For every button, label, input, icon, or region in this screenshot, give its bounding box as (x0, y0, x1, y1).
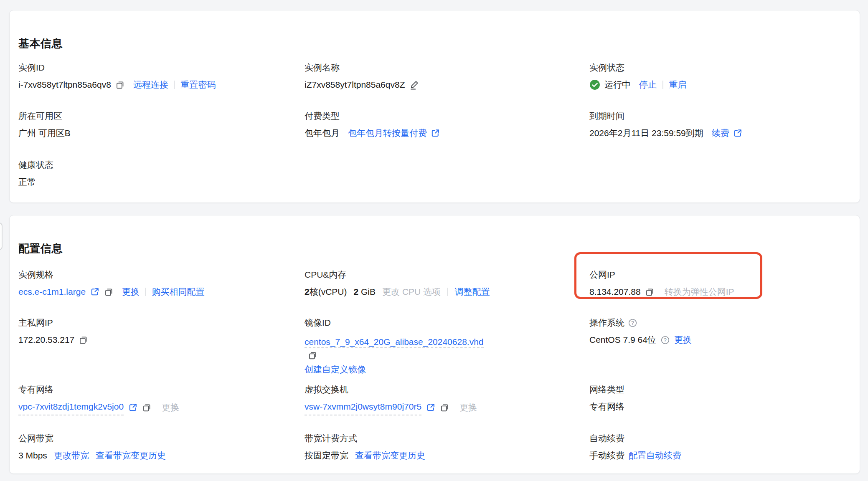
external-link-icon (430, 128, 440, 138)
configure-auto-renew-link[interactable]: 配置自动续费 (629, 448, 681, 463)
field-cpu-memory: CPU&内存 2核(vCPU) 2 GiB 更改 CPU 选项 调整配置 (305, 268, 490, 299)
field-os: 操作系统 ? CentOS 7.9 64位 ? 更换 (589, 316, 692, 347)
field-vpc: 专有网络 vpc-7xvit8zdj1temgk2v5jo0 更换 (18, 383, 179, 415)
stop-button[interactable]: 停止 (639, 78, 657, 92)
renew-link[interactable]: 续费 (712, 126, 743, 140)
change-spec-link[interactable]: 更换 (122, 285, 140, 299)
field-auto-renew: 自动续费 手动续费 配置自动续费 (589, 432, 681, 463)
bandwidth-history-link[interactable]: 查看带宽变更历史 (96, 448, 166, 463)
instance-status-label: 实例状态 (589, 61, 687, 74)
divider (662, 81, 663, 89)
convert-to-eip-disabled: 转换为弹性公网IP (665, 285, 734, 299)
create-custom-image-link[interactable]: 创建自定义镜像 (305, 365, 366, 374)
svg-text:?: ? (664, 337, 667, 343)
divider (145, 288, 146, 296)
memory-value: 2 GiB (354, 285, 376, 299)
image-id-link[interactable]: centos_7_9_x64_20G_alibase_20240628.vhd (305, 337, 484, 348)
status-badge: 运行中 (604, 78, 631, 92)
config-info-title: 配置信息 (18, 241, 63, 256)
field-instance-status: 实例状态 运行中 停止 重启 (589, 61, 687, 92)
instance-id-label: 实例ID (18, 61, 216, 74)
external-link-icon (733, 128, 743, 138)
public-ip-label: 公网IP (589, 268, 734, 281)
field-billing-type: 付费类型 包年包月 包年包月转按量付费 (305, 110, 440, 140)
reset-password-link[interactable]: 重置密码 (180, 78, 216, 92)
expire-time-label: 到期时间 (589, 110, 743, 122)
bandwidth-history-link[interactable]: 查看带宽变更历史 (355, 448, 425, 463)
copy-icon[interactable] (79, 335, 88, 345)
field-image-id: 镜像ID centos_7_9_x64_20G_alibase_20240628… (305, 316, 523, 378)
copy-icon[interactable] (142, 403, 152, 413)
private-ip-value: 172.20.53.217 (18, 333, 74, 347)
basic-info-title: 基本信息 (18, 36, 63, 51)
field-instance-id: 实例ID i-7xv858yt7ltpn85a6qv8 远程连接 重置密码 (18, 61, 216, 92)
vpc-label: 专有网络 (18, 383, 179, 396)
change-os-link[interactable]: 更换 (674, 333, 692, 347)
vswitch-link[interactable]: vsw-7xvmm2j0wsyt8m90j70r5 (305, 400, 421, 415)
divider (447, 288, 448, 296)
external-link-icon[interactable] (128, 403, 138, 413)
status-running-icon (589, 79, 600, 90)
field-expire-time: 到期时间 2026年2月11日 23:59:59到期 续费 (589, 110, 743, 140)
billing-type-label: 付费类型 (305, 110, 440, 122)
bandwidth-label: 公网带宽 (18, 432, 166, 445)
copy-icon[interactable] (645, 287, 655, 297)
field-zone: 所在可用区 广州 可用区B (18, 110, 71, 140)
bandwidth-billing-label: 带宽计费方式 (305, 432, 425, 445)
instance-name-value: iZ7xv858yt7ltpn85a6qv8Z (305, 78, 405, 92)
field-instance-name: 实例名称 iZ7xv858yt7ltpn85a6qv8Z (305, 61, 419, 92)
cpu-memory-label: CPU&内存 (305, 268, 490, 281)
cpu-value: 2核(vCPU) (305, 285, 347, 299)
edit-icon[interactable] (409, 80, 419, 90)
buy-same-config-link[interactable]: 购买相同配置 (152, 285, 205, 299)
private-ip-label: 主私网IP (18, 316, 88, 329)
copy-icon[interactable] (305, 351, 523, 360)
copy-icon[interactable] (115, 80, 125, 90)
remote-connect-link[interactable]: 远程连接 (133, 78, 168, 92)
instance-name-label: 实例名称 (305, 61, 419, 74)
auto-renew-label: 自动续费 (589, 432, 681, 445)
vswitch-label: 虚拟交换机 (305, 383, 477, 396)
basic-info-panel: 基本信息 实例ID i-7xv858yt7ltpn85a6qv8 远程连接 重置… (9, 10, 860, 203)
network-type-value: 专有网络 (589, 400, 624, 414)
field-bandwidth-billing: 带宽计费方式 按固定带宽 查看带宽变更历史 (305, 432, 425, 463)
zone-label: 所在可用区 (18, 110, 71, 122)
restart-button[interactable]: 重启 (669, 78, 687, 92)
change-vpc-disabled: 更换 (162, 400, 179, 415)
change-vswitch-disabled: 更换 (459, 400, 477, 415)
os-value: CentOS 7.9 64位 (589, 333, 656, 347)
vpc-link[interactable]: vpc-7xvit8zdj1temgk2v5jo0 (18, 400, 124, 415)
field-private-ip: 主私网IP 172.20.53.217 (18, 316, 88, 347)
health-status-value: 正常 (18, 175, 36, 189)
external-link-icon[interactable] (426, 403, 436, 413)
edge-clipped-element (0, 223, 3, 250)
field-instance-spec: 实例规格 ecs.e-c1m1.large 更换 购买相同配置 (18, 268, 205, 299)
bandwidth-billing-value: 按固定带宽 (305, 448, 348, 463)
convert-to-payg-link[interactable]: 包年包月转按量付费 (348, 126, 440, 140)
svg-text:?: ? (631, 319, 634, 326)
instance-spec-label: 实例规格 (18, 268, 205, 281)
field-bandwidth: 公网带宽 3 Mbps 更改带宽 查看带宽变更历史 (18, 432, 166, 463)
os-label: 操作系统 (589, 316, 624, 329)
field-vswitch: 虚拟交换机 vsw-7xvmm2j0wsyt8m90j70r5 更换 (305, 383, 477, 415)
copy-icon[interactable] (440, 403, 449, 413)
image-id-label: 镜像ID (305, 316, 523, 329)
config-info-panel: 配置信息 实例规格 ecs.e-c1m1.large 更换 购买相同配置 CPU… (9, 215, 860, 474)
copy-icon[interactable] (104, 287, 114, 297)
field-public-ip: 公网IP 8.134.207.88 转换为弹性公网IP (589, 268, 734, 299)
health-status-label: 健康状态 (18, 159, 53, 171)
adjust-config-link[interactable]: 调整配置 (455, 285, 490, 299)
public-ip-value: 8.134.207.88 (589, 285, 641, 299)
change-cpu-option-disabled: 更改 CPU 选项 (382, 285, 441, 299)
field-health-status: 健康状态 正常 (18, 159, 53, 189)
expire-time-value: 2026年2月11日 23:59:59到期 (589, 126, 703, 140)
divider (174, 81, 175, 89)
external-link-icon[interactable] (90, 287, 100, 297)
instance-spec-link[interactable]: ecs.e-c1m1.large (18, 285, 86, 299)
change-bandwidth-link[interactable]: 更改带宽 (54, 448, 89, 463)
zone-value: 广州 可用区B (18, 126, 71, 140)
auto-renew-value: 手动续费 (589, 448, 624, 463)
billing-type-value: 包年包月 (305, 126, 340, 140)
help-icon[interactable]: ? (628, 318, 637, 328)
help-icon[interactable]: ? (660, 335, 670, 345)
